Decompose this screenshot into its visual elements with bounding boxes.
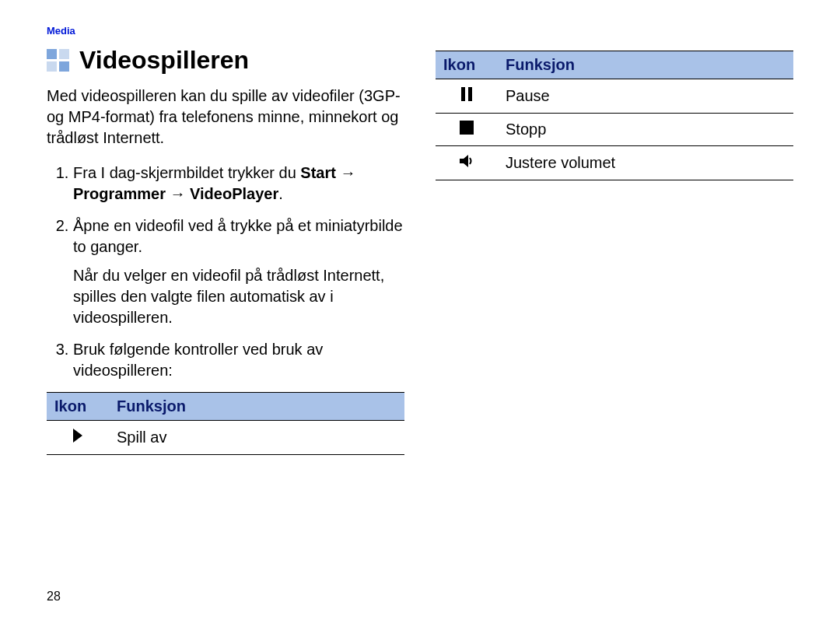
- grid-icon: [47, 49, 70, 72]
- svg-marker-8: [460, 155, 468, 167]
- step-3-text: Bruk følgende kontroller ved bruk av vid…: [73, 341, 323, 379]
- table-row: Pause: [436, 79, 793, 114]
- document-page: Media Videospilleren Med videospilleren …: [0, 0, 840, 624]
- right-column: Ikon Funksjon: [436, 46, 793, 455]
- content-columns: Videospilleren Med videospilleren kan du…: [47, 46, 793, 455]
- svg-marker-4: [73, 429, 82, 443]
- table-row: Stopp: [436, 114, 793, 146]
- th-func-left: Funksjon: [109, 393, 404, 421]
- icon-cell: [436, 146, 498, 180]
- page-number: 28: [47, 590, 61, 604]
- svg-rect-6: [468, 87, 472, 101]
- th-func-right: Funksjon: [498, 51, 793, 79]
- volume-icon: [458, 152, 475, 173]
- svg-rect-2: [47, 61, 57, 72]
- pause-icon: [460, 86, 474, 107]
- step-2-note: Når du velger en videofil på trådløst In…: [73, 265, 404, 328]
- func-cell: Pause: [498, 79, 793, 114]
- th-icon-right: Ikon: [436, 51, 498, 79]
- controls-table-left: Ikon Funksjon Spill av: [47, 392, 404, 455]
- step-3: Bruk følgende kontroller ved bruk av vid…: [73, 339, 404, 381]
- func-cell: Justere volumet: [498, 146, 793, 180]
- page-title: Videospilleren: [47, 46, 404, 75]
- icon-cell: [47, 421, 109, 455]
- step-2: Åpne en videofil ved å trykke på et mini…: [73, 215, 404, 328]
- intro-paragraph: Med videospilleren kan du spille av vide…: [47, 86, 404, 149]
- step-1: Fra I dag-skjermbildet trykker du Start …: [73, 163, 404, 205]
- breadcrumb: Media: [47, 25, 793, 37]
- stop-icon: [459, 120, 474, 139]
- table-row: Justere volumet: [436, 146, 793, 180]
- steps-list: Fra I dag-skjermbildet trykker du Start …: [47, 163, 404, 381]
- table-row: Spill av: [47, 421, 404, 455]
- svg-rect-5: [461, 87, 465, 101]
- controls-table-right: Ikon Funksjon: [436, 51, 793, 180]
- func-cell: Stopp: [498, 114, 793, 146]
- svg-rect-1: [59, 49, 69, 59]
- play-icon: [71, 427, 85, 448]
- icon-cell: [436, 114, 498, 146]
- th-icon-left: Ikon: [47, 393, 109, 421]
- svg-rect-3: [59, 61, 69, 72]
- svg-rect-0: [47, 49, 57, 59]
- svg-rect-7: [460, 121, 474, 135]
- func-cell: Spill av: [109, 421, 404, 455]
- step-2-text: Åpne en videofil ved å trykke på et mini…: [73, 217, 403, 255]
- step-1-post: .: [278, 185, 283, 202]
- page-title-text: Videospilleren: [79, 46, 249, 75]
- icon-cell: [436, 79, 498, 114]
- step-1-pre: Fra I dag-skjermbildet trykker du: [73, 164, 300, 181]
- left-column: Videospilleren Med videospilleren kan du…: [47, 46, 404, 455]
